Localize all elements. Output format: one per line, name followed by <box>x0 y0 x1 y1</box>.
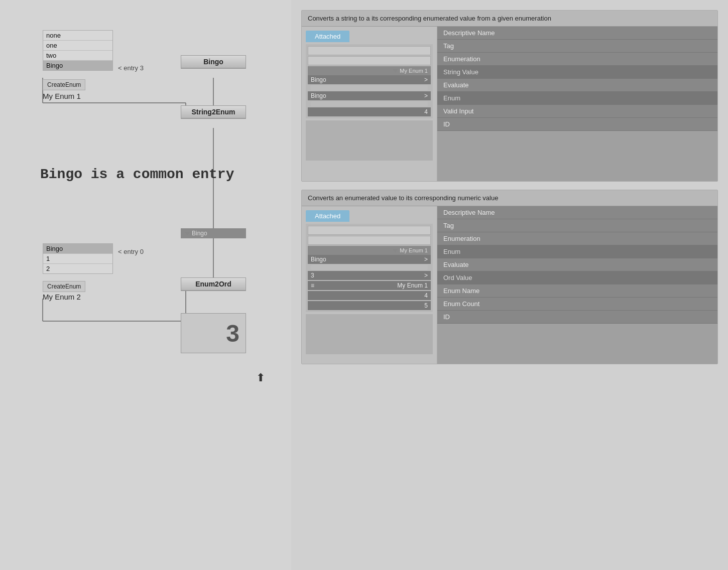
enum2ord-node[interactable]: Enum2Ord <box>181 277 246 291</box>
prop2-enumeration: Enumeration <box>437 232 717 245</box>
canvas-area: none one two Bingo < entry 3 CreateEnum … <box>0 0 291 570</box>
arrow-icon3: > <box>424 256 428 263</box>
output-bingo-label: Bingo <box>181 228 246 238</box>
enum1-row-two[interactable]: two <box>43 51 112 61</box>
bingo-node-title: Bingo <box>181 56 246 68</box>
string2enum-description: Converts a string to a its corresponding… <box>302 11 717 27</box>
enum1-node[interactable]: none one two Bingo <box>43 30 113 71</box>
enum2ord-props-area: Descriptive Name Tag Enumeration Enum Ev… <box>437 206 717 364</box>
enum1-label: My Enum 1 <box>43 92 81 100</box>
input-bar1 <box>311 85 428 90</box>
ord-value-row: 3 > <box>308 271 431 280</box>
string2enum-node-title: String2Enum <box>181 106 246 118</box>
string2enum-node-area: Attached My Enum 1 Bingo <box>302 27 437 181</box>
number-output: 3 <box>181 313 246 353</box>
prop-valid-input: Valid Input <box>437 105 717 118</box>
enum2ord-mini-diagram: My Enum 1 Bingo > 3 > <box>306 224 433 312</box>
prop2-evaluate: Evaluate <box>437 258 717 271</box>
triangle-down-icon <box>185 232 190 235</box>
prop-evaluate: Evaluate <box>437 79 717 92</box>
enum1-entry-label: < entry 3 <box>118 64 144 72</box>
right-panel: Converts a string to a its corresponding… <box>291 0 728 570</box>
enum2-row-bingo[interactable]: Bingo <box>43 244 112 254</box>
count-row: 4 <box>308 291 431 300</box>
input-bar2 <box>311 101 428 106</box>
input-bar3 <box>311 265 428 270</box>
prop-descriptive-name: Descriptive Name <box>437 27 717 40</box>
enum2ord-attached-tab[interactable]: Attached <box>306 210 349 222</box>
enum2-header-row: My Enum 1 <box>308 246 431 255</box>
triangle-down-icon3 <box>393 249 398 252</box>
prop2-enum-count: Enum Count <box>437 298 717 311</box>
enum-header-row: My Enum 1 <box>308 66 431 75</box>
string2enum-node[interactable]: String2Enum <box>181 105 246 119</box>
props-empty-area1 <box>437 131 717 181</box>
enum2ord-info-card: Converts an enumerated value to its corr… <box>301 190 718 364</box>
create-enum2-button[interactable]: CreateEnum <box>43 281 85 292</box>
prop-string-value: String Value <box>437 66 717 79</box>
bingo-output-row: Bingo > <box>308 91 431 100</box>
string2enum-info-card: Converts a string to a its corresponding… <box>301 10 718 182</box>
annotation-text: Bingo is a common entry <box>40 166 234 184</box>
enum2ord-node-title: Enum2Ord <box>181 278 246 291</box>
prop2-enum-name: Enum Name <box>437 284 717 298</box>
enum2-node[interactable]: Bingo 1 2 <box>43 243 113 274</box>
prop-enumeration: Enumeration <box>437 53 717 66</box>
bingo-row: Bingo > <box>308 75 431 84</box>
string2enum-mini-diagram: My Enum 1 Bingo > Bingo > <box>306 44 433 118</box>
prop-tag: Tag <box>437 40 717 53</box>
enum-name-row: ≡ My Enum 1 <box>308 281 431 290</box>
bingo-flow-node[interactable]: Bingo <box>181 55 246 69</box>
enum1-row-none[interactable]: none <box>43 31 112 41</box>
enum2-row-2[interactable]: 2 <box>43 264 112 273</box>
enum2ord-node-area: Attached My Enum 1 Bingo <box>302 206 437 364</box>
prop2-enum: Enum <box>437 245 717 258</box>
empty-area2 <box>306 314 433 354</box>
arrow-icon2: > <box>424 92 428 99</box>
cursor-icon: ⬆ <box>256 371 265 384</box>
enum2ord-description: Converts an enumerated value to its corr… <box>302 190 717 206</box>
string2enum-attached-tab[interactable]: Attached <box>306 31 349 42</box>
number-row: 4 <box>308 107 431 116</box>
prop2-id: ID <box>437 311 717 324</box>
arrow-icon: > <box>424 76 428 83</box>
enum1-row-bingo[interactable]: Bingo <box>43 61 112 70</box>
prop2-descriptive-name: Descriptive Name <box>437 206 717 219</box>
string2enum-card-body: Attached My Enum 1 Bingo <box>302 27 717 181</box>
arrow-icon4: > <box>424 272 428 279</box>
create-enum1-button[interactable]: CreateEnum <box>43 79 85 90</box>
prop2-tag: Tag <box>437 219 717 232</box>
props-empty-area2 <box>437 324 717 364</box>
prop-enum: Enum <box>437 92 717 105</box>
id-row: 5 <box>308 301 431 310</box>
enum2-entry-label: < entry 0 <box>118 248 144 255</box>
triangle-down-icon2 <box>393 69 398 73</box>
empty-area1 <box>306 120 433 161</box>
enum2ord-bingo-row: Bingo > <box>308 255 431 264</box>
enum2-row-1[interactable]: 1 <box>43 254 112 264</box>
string2enum-props-area: Descriptive Name Tag Enumeration String … <box>437 27 717 181</box>
enum1-row-one[interactable]: one <box>43 41 112 51</box>
enum2ord-card-body: Attached My Enum 1 Bingo <box>302 206 717 364</box>
prop2-ord-value: Ord Value <box>437 271 717 284</box>
prop-id: ID <box>437 118 717 131</box>
enum2-label: My Enum 2 <box>43 293 81 301</box>
